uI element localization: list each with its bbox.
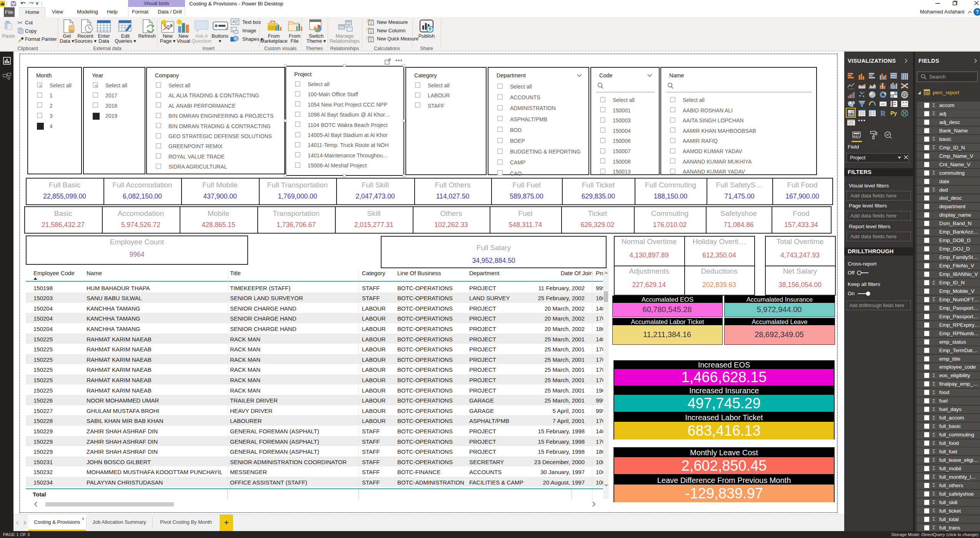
svg-text:Py: Py bbox=[890, 110, 897, 116]
svg-text:R: R bbox=[880, 109, 886, 117]
svg-text:A: A bbox=[232, 20, 235, 24]
svg-text:123: 123 bbox=[880, 103, 885, 105]
svg-text:123: 123 bbox=[848, 121, 853, 124]
